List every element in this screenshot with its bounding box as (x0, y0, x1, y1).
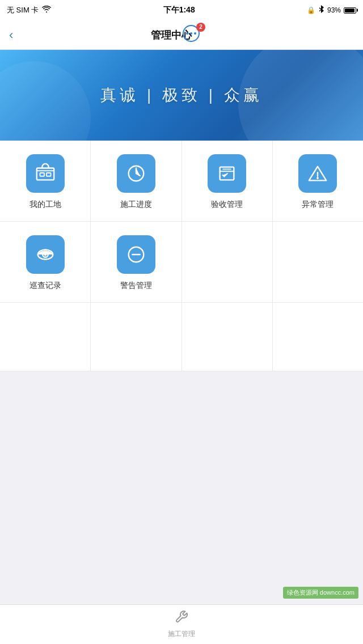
my-site-icon-box (26, 154, 65, 193)
grid-section: 我的工地 施工进度 验收管理 (0, 141, 363, 371)
tab-construction-mgmt-label: 施工管理 (168, 629, 195, 639)
status-bar: 无 SIM 卡 下午1:48 🔒 93% (0, 0, 363, 20)
grid-cell-construction-progress[interactable]: 施工进度 (91, 141, 182, 221)
tab-construction-mgmt[interactable]: 施工管理 (151, 605, 212, 643)
chat-dots-icon (186, 32, 196, 35)
grid-cell-empty-3 (0, 303, 91, 371)
grid-row-2: 巡查记录 警告管理 (0, 222, 363, 303)
alert-circle-icon (125, 244, 147, 265)
lock-icon: 🔒 (307, 6, 315, 14)
battery-fill (345, 9, 354, 12)
construction-progress-icon-box (117, 154, 155, 193)
patrol-icon-box (26, 235, 65, 274)
grid-cell-acceptance[interactable]: 验收管理 (182, 141, 273, 221)
banner: 真诚 | 极致 | 众赢 (0, 50, 363, 141)
svg-rect-0 (36, 168, 53, 180)
svg-point-5 (317, 177, 319, 179)
bluetooth-icon (318, 5, 324, 16)
checklist-icon (216, 163, 238, 184)
alert-label: 警告管理 (120, 281, 152, 291)
chat-dot-2 (190, 32, 192, 35)
status-time: 下午1:48 (163, 5, 195, 15)
grid-cell-exception[interactable]: 异常管理 (273, 141, 363, 221)
clock-icon (125, 163, 147, 184)
battery-text: 93% (327, 6, 341, 14)
wrench-icon (175, 610, 188, 627)
grid-cell-empty-4 (91, 303, 182, 371)
acceptance-label: 验收管理 (211, 200, 243, 210)
status-right: 🔒 93% (307, 5, 356, 16)
patrol-label: 巡查记录 (29, 281, 61, 291)
grid-cell-my-site[interactable]: 我的工地 (0, 141, 91, 221)
grid-cell-alert[interactable]: 警告管理 (91, 222, 182, 302)
warning-icon (307, 163, 328, 184)
my-site-label: 我的工地 (29, 200, 61, 210)
nav-bar: ‹ 管理中心 2 (0, 20, 363, 50)
acceptance-icon-box (208, 154, 246, 193)
watermark: 绿色资源网 downcc.com (283, 587, 358, 599)
grid-cell-patrol[interactable]: 巡查记录 (0, 222, 91, 302)
chat-button[interactable]: 2 (183, 25, 203, 45)
grid-row-1: 我的工地 施工进度 验收管理 (0, 141, 363, 222)
building-icon (35, 163, 56, 184)
chat-dot-3 (194, 32, 196, 35)
back-button[interactable]: ‹ (9, 28, 13, 43)
construction-progress-label: 施工进度 (120, 200, 152, 210)
chat-badge: 2 (196, 23, 205, 32)
status-left: 无 SIM 卡 (7, 5, 51, 15)
tab-bar: 施工管理 (0, 604, 363, 644)
alert-icon-box (117, 235, 155, 274)
grid-cell-empty-1 (182, 222, 273, 302)
battery-bar (344, 7, 356, 14)
grid-cell-empty-2 (273, 222, 363, 302)
chat-dot-1 (186, 32, 188, 35)
eye-icon (35, 244, 56, 265)
carrier-text: 无 SIM 卡 (7, 5, 39, 15)
grid-row-3 (0, 303, 363, 371)
banner-slogan: 真诚 | 极致 | 众赢 (100, 84, 263, 106)
wifi-icon (42, 6, 51, 15)
svg-rect-2 (47, 173, 51, 176)
svg-rect-1 (40, 173, 44, 176)
bottom-area (0, 371, 363, 485)
grid-cell-empty-6 (273, 303, 363, 371)
exception-label: 异常管理 (302, 200, 334, 210)
exception-icon-box (298, 154, 337, 193)
grid-cell-empty-5 (182, 303, 273, 371)
